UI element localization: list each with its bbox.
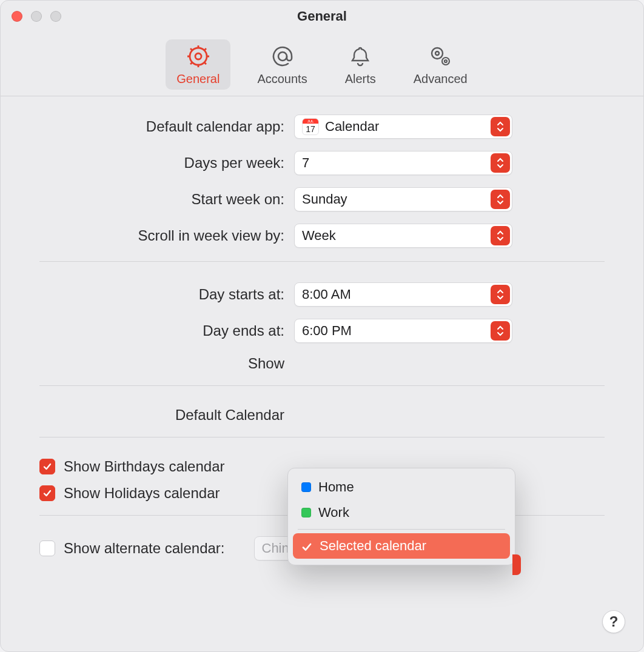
tab-accounts[interactable]: Accounts — [246, 39, 318, 90]
svg-line-8 — [190, 62, 193, 65]
calendar-color-dot — [301, 482, 311, 492]
day-ends-label: Day ends at: — [39, 322, 294, 339]
bell-icon — [348, 44, 372, 68]
menu-item-home[interactable]: Home — [293, 474, 510, 500]
scroll-week-value: Week — [302, 228, 336, 244]
window-title: General — [1, 8, 643, 24]
svg-line-6 — [190, 48, 193, 51]
menu-item-home-label: Home — [318, 479, 354, 495]
svg-point-13 — [442, 58, 449, 65]
default-app-popup[interactable]: JUL 17 Calendar — [294, 115, 512, 139]
separator — [39, 385, 605, 386]
day-starts-popup[interactable]: 8:00 AM — [294, 282, 512, 307]
show-label: Show — [39, 355, 294, 372]
titlebar: General — [1, 1, 643, 32]
stepper-icon — [491, 190, 510, 209]
separator — [39, 437, 605, 437]
stepper-icon — [491, 117, 510, 136]
start-week-on-value: Sunday — [302, 191, 347, 207]
day-ends-value: 6:00 PM — [302, 323, 352, 339]
svg-line-7 — [204, 62, 206, 65]
menu-item-work[interactable]: Work — [293, 500, 510, 525]
start-week-on-popup[interactable]: Sunday — [294, 187, 512, 211]
svg-point-14 — [444, 60, 447, 62]
svg-line-9 — [204, 48, 206, 51]
day-ends-popup[interactable]: 6:00 PM — [294, 319, 512, 343]
tab-advanced-label: Advanced — [414, 72, 468, 86]
tab-advanced[interactable]: Advanced — [403, 39, 478, 90]
toolbar: General Accounts Alerts Advanced — [1, 32, 643, 96]
stepper-icon — [491, 153, 510, 173]
svg-point-1 — [195, 53, 201, 59]
popup-arrow-stub — [512, 554, 521, 575]
start-week-on-label: Start week on: — [39, 191, 294, 208]
days-per-week-value: 7 — [302, 155, 309, 171]
cal-icon-day: 17 — [303, 124, 318, 135]
svg-point-10 — [278, 52, 287, 61]
stepper-icon — [491, 321, 510, 341]
at-icon — [270, 44, 295, 68]
svg-point-11 — [432, 48, 443, 59]
default-calendar-menu: Home Work Selected calendar — [287, 468, 515, 565]
days-per-week-label: Days per week: — [39, 155, 294, 171]
tab-general-label: General — [176, 72, 220, 86]
calendar-color-dot — [301, 508, 311, 517]
check-icon — [301, 541, 312, 551]
show-holidays-label: Show Holidays calendar — [64, 485, 220, 502]
help-label: ? — [609, 613, 619, 630]
tab-general[interactable]: General — [166, 39, 230, 90]
calendar-app-icon: JUL 17 — [302, 118, 319, 135]
show-alternate-row[interactable]: Show alternate calendar: — [39, 540, 225, 557]
days-per-week-popup[interactable]: 7 — [294, 151, 512, 175]
checkbox-checked-icon — [39, 459, 55, 474]
separator — [39, 261, 605, 262]
show-alternate-label: Show alternate calendar: — [64, 540, 225, 557]
default-app-label: Default calendar app: — [39, 118, 294, 135]
preferences-window: General General Accounts Alerts Advanced — [0, 0, 644, 652]
day-starts-value: 8:00 AM — [302, 287, 351, 302]
menu-item-selected-label: Selected calendar — [320, 538, 426, 554]
help-button[interactable]: ? — [602, 610, 625, 633]
default-app-value: Calendar — [325, 119, 379, 135]
checkbox-unchecked-icon — [39, 541, 55, 556]
gear-icon — [186, 44, 210, 68]
stepper-icon — [491, 226, 510, 245]
tab-alerts-label: Alerts — [345, 72, 376, 86]
day-starts-label: Day starts at: — [39, 286, 294, 303]
menu-item-work-label: Work — [318, 505, 349, 521]
stepper-icon — [491, 285, 510, 304]
scroll-week-label: Scroll in week view by: — [39, 227, 294, 244]
menu-item-selected-calendar[interactable]: Selected calendar — [293, 533, 510, 559]
scroll-week-popup[interactable]: Week — [294, 224, 512, 248]
content: Default calendar app: JUL 17 Calendar Da… — [1, 96, 643, 597]
checkbox-checked-icon — [39, 485, 55, 501]
tab-accounts-label: Accounts — [257, 72, 307, 86]
gears-icon — [428, 44, 452, 68]
svg-point-12 — [435, 52, 439, 55]
menu-separator — [298, 529, 505, 530]
default-calendar-label: Default Calendar — [39, 407, 294, 424]
show-birthdays-label: Show Birthdays calendar — [64, 458, 224, 475]
cal-icon-month: JUL — [303, 119, 318, 124]
tab-alerts[interactable]: Alerts — [334, 39, 387, 90]
